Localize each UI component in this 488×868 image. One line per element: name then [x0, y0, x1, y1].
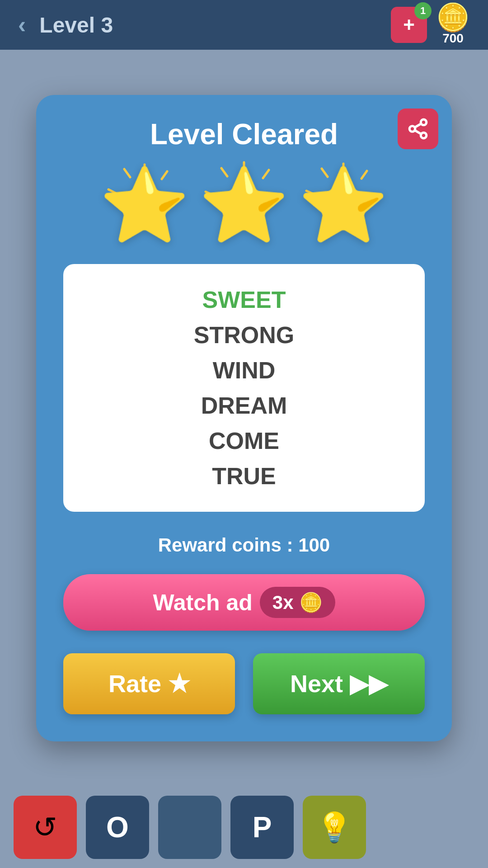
star-emoji-3: ⭐	[298, 169, 389, 241]
rate-label: Rate ★	[108, 670, 190, 698]
words-card: SWEET STRONG WIND DREAM COME TRUE	[63, 264, 425, 512]
reward-text: Reward coins : 100	[63, 534, 425, 556]
star-emoji-1: ⭐	[99, 169, 190, 241]
watch-ad-button[interactable]: Watch ad 3x 🪙	[63, 574, 425, 631]
coin-stack-icon: 🪙	[436, 4, 470, 31]
coin-count: 700	[442, 31, 464, 46]
level-cleared-modal: Level Cleared ⭐	[36, 95, 452, 741]
svg-line-4	[415, 124, 421, 127]
toolbar-p-button[interactable]: P	[230, 796, 294, 859]
header: ‹ Level 3 + 1 🪙 700	[0, 0, 488, 50]
next-label: Next ▶▶	[290, 670, 388, 698]
star-2: ⭐	[199, 169, 289, 241]
multiplier-text: 3x	[272, 592, 294, 613]
toolbar-hint-button[interactable]: 💡	[303, 796, 366, 859]
coin-icon: 🪙	[299, 591, 323, 613]
coins-container: 🪙 700	[436, 4, 470, 46]
watch-ad-label: Watch ad	[153, 590, 252, 616]
word-come: COME	[90, 423, 398, 458]
star-emoji-2: ⭐	[199, 169, 289, 241]
multiplier-badge: 3x 🪙	[260, 587, 335, 618]
level-title: Level 3	[39, 13, 113, 38]
o-icon: O	[106, 811, 129, 844]
header-right: + 1 🪙 700	[391, 4, 470, 46]
toolbar-empty-button[interactable]	[158, 796, 221, 859]
back-button[interactable]: ‹	[18, 13, 26, 37]
star-3: ⭐	[298, 169, 389, 241]
modal-title: Level Cleared	[63, 118, 425, 151]
modal-overlay: Level Cleared ⭐	[0, 50, 488, 787]
word-true: TRUE	[90, 458, 398, 494]
rate-button[interactable]: Rate ★	[63, 653, 235, 714]
next-button[interactable]: Next ▶▶	[253, 653, 425, 714]
word-sweet: SWEET	[90, 282, 398, 317]
bottom-toolbar: ↺ O P 💡	[0, 787, 488, 868]
word-wind: WIND	[90, 353, 398, 388]
toolbar-o-button[interactable]: O	[86, 796, 149, 859]
plus-icon: +	[403, 15, 415, 35]
p-icon: P	[253, 811, 272, 844]
plus-badge[interactable]: + 1	[391, 7, 427, 43]
lightbulb-icon: 💡	[316, 811, 352, 844]
notification-dot: 1	[414, 2, 432, 19]
word-strong: STRONG	[90, 317, 398, 353]
word-dream: DREAM	[90, 388, 398, 423]
svg-line-3	[415, 130, 421, 134]
share-icon	[407, 118, 429, 140]
stars-container: ⭐ ⭐	[63, 169, 425, 241]
action-buttons: Rate ★ Next ▶▶	[63, 653, 425, 714]
toolbar-refresh-button[interactable]: ↺	[14, 796, 77, 859]
star-1: ⭐	[99, 169, 190, 241]
refresh-icon: ↺	[33, 811, 57, 844]
share-button[interactable]	[398, 108, 438, 149]
